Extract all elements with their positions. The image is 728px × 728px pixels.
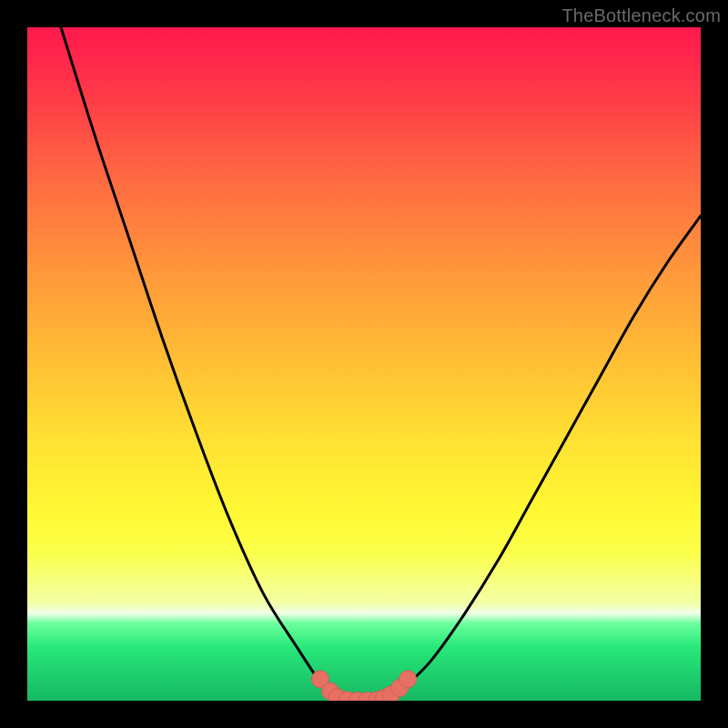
- chart-frame: TheBottleneck.com: [0, 0, 728, 728]
- curve-left-curve: [61, 27, 337, 701]
- curve-right-curve: [391, 216, 701, 701]
- chart-svg: [27, 27, 701, 701]
- plot-area: [27, 27, 701, 701]
- curve-layer: [61, 27, 701, 701]
- highlight-marker: [399, 671, 417, 688]
- marker-layer: [311, 671, 416, 701]
- watermark-text: TheBottleneck.com: [561, 5, 721, 26]
